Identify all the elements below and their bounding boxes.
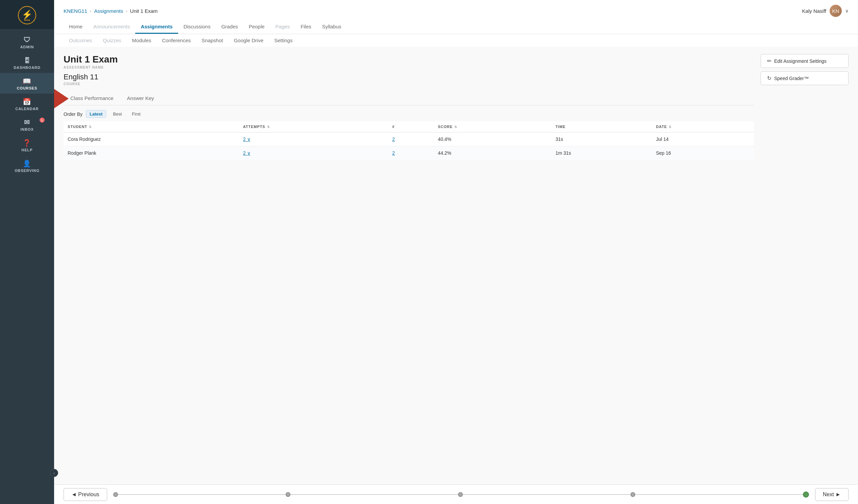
col-header-student[interactable]: STUDENT ⇅	[64, 121, 239, 132]
sidebar-item-admin[interactable]: 🛡ADMIN	[0, 32, 54, 52]
cell-student: Cora Rodriguez	[64, 132, 239, 146]
content-tabs: Class PerformanceAnswer Key	[64, 92, 754, 105]
cell-score: 40.4%	[434, 132, 551, 146]
sidebar-collapse-button[interactable]: ‹	[50, 469, 58, 477]
breadcrumb-course[interactable]: KNENG11	[64, 8, 87, 14]
content-tab-class-performance[interactable]: Class Performance	[64, 92, 120, 105]
sidebar-item-courses[interactable]: 📖COURSES	[0, 73, 54, 94]
col-header-time: TIME	[551, 121, 652, 132]
sidebar-label-dashboard: DASHBOARD	[14, 66, 40, 69]
breadcrumb-current: Unit 1 Exam	[130, 8, 158, 14]
nav-tab2-google-drive[interactable]: Google Drive	[228, 34, 269, 47]
edit-assignment-button[interactable]: ✏ Edit Assignment Settings	[761, 54, 848, 68]
sidebar-item-observing[interactable]: 👤OBSERVING	[0, 156, 54, 176]
cell-attempts[interactable]: 2 ∨	[239, 132, 388, 146]
course-label: COURSE	[64, 82, 754, 86]
nav-tab2-quizzes[interactable]: Quizzes	[97, 34, 126, 47]
chevron-down-icon: ∨	[845, 8, 848, 14]
sidebar-item-calendar[interactable]: 📅CALENDAR	[0, 94, 54, 114]
user-name-label: Kaly Nasiff	[802, 8, 826, 14]
progress-dot-3[interactable]	[631, 492, 635, 497]
nav-tab-syllabus[interactable]: Syllabus	[317, 20, 347, 34]
progress-dot-0[interactable]	[113, 492, 118, 497]
progress-dot-1[interactable]	[286, 492, 290, 497]
order-option-best[interactable]: Best	[110, 111, 125, 117]
order-by-label: Order By	[64, 112, 82, 117]
courses-icon: 📖	[23, 78, 31, 84]
table-row: Rodger Plank2 ∨244.2%1m 31sSep 16	[64, 146, 754, 160]
table-row: Cora Rodriguez2 ∨240.4%31sJul 14	[64, 132, 754, 146]
sidebar-badge-inbox: 1	[39, 117, 45, 123]
assessment-label: ASSESSMENT NAME	[64, 66, 754, 69]
breadcrumb: KNENG11 › Assignments › Unit 1 Exam	[64, 8, 158, 14]
speed-grader-label: Speed Grader™	[774, 76, 809, 81]
sidebar-label-courses: COURSES	[17, 86, 37, 90]
inbox-icon: ✉	[24, 119, 30, 126]
cell-time: 1m 31s	[551, 146, 652, 160]
breadcrumb-section[interactable]: Assignments	[94, 8, 123, 14]
content-tab-answer-key[interactable]: Answer Key	[120, 92, 161, 105]
cell-number[interactable]: 2	[388, 146, 434, 160]
nav-tab2-conferences[interactable]: Conferences	[157, 34, 196, 47]
nav-tab-announcements[interactable]: Announcements	[88, 20, 135, 34]
breadcrumb-sep-1: ›	[90, 9, 91, 14]
arrow-annotation	[54, 88, 69, 109]
order-option-first[interactable]: First	[128, 111, 144, 117]
col-header-#: #	[388, 121, 434, 132]
topbar: KNENG11 › Assignments › Unit 1 Exam Kaly…	[54, 0, 858, 17]
cell-student: Rodger Plank	[64, 146, 239, 160]
table-header-row: STUDENT ⇅ATTEMPTS ⇅#SCORE ⇅TIMEDATE ⇅	[64, 121, 754, 132]
sidebar-item-dashboard[interactable]: 🎛DASHBOARD	[0, 52, 54, 73]
table-body: Cora Rodriguez2 ∨240.4%31sJul 14Rodger P…	[64, 132, 754, 160]
nav-tab2-outcomes[interactable]: Outcomes	[64, 34, 97, 47]
edit-icon: ✏	[767, 58, 772, 64]
sidebar-label-help: HELP	[22, 148, 33, 152]
nav-tab2-modules[interactable]: Modules	[127, 34, 157, 47]
speed-grader-button[interactable]: ↻ Speed Grader™	[761, 71, 848, 85]
sidebar-item-inbox[interactable]: 1✉INBOX	[0, 114, 54, 135]
user-menu[interactable]: Kaly Nasiff KN ∨	[802, 5, 848, 17]
progress-dot-2[interactable]	[458, 492, 463, 497]
dashboard-icon: 🎛	[24, 57, 31, 64]
calendar-icon: 📅	[23, 98, 31, 105]
main-content: KNENG11 › Assignments › Unit 1 Exam Kaly…	[54, 0, 858, 504]
sort-icon-student: ⇅	[88, 125, 92, 129]
col-header-score[interactable]: SCORE ⇅	[434, 121, 551, 132]
course-name: English 11	[64, 72, 754, 81]
col-header-date[interactable]: DATE ⇅	[652, 121, 754, 132]
content-left: Unit 1 Exam ASSESSMENT NAME English 11 C…	[64, 54, 754, 160]
previous-button[interactable]: ◄ Previous	[64, 488, 107, 501]
avatar: KN	[830, 5, 842, 17]
progress-dot-4[interactable]	[803, 491, 809, 498]
nav-tab-people[interactable]: People	[243, 20, 270, 34]
nav-tab-pages[interactable]: Pages	[270, 20, 296, 34]
content-area: Unit 1 Exam ASSESSMENT NAME English 11 C…	[54, 47, 858, 484]
speed-grader-icon: ↻	[767, 75, 772, 81]
sidebar: ⚡ 🛡ADMIN🎛DASHBOARD📖COURSES📅CALENDAR1✉INB…	[0, 0, 54, 504]
nav-tab-home[interactable]: Home	[64, 20, 88, 34]
lightning-icon: ⚡	[22, 10, 32, 19]
col-header-attempts[interactable]: ATTEMPTS ⇅	[239, 121, 388, 132]
cell-date: Jul 14	[652, 132, 754, 146]
sidebar-label-admin: ADMIN	[20, 45, 34, 49]
nav-tab-assignments[interactable]: Assignments	[135, 20, 178, 34]
nav-tabs-row1: HomeAnnouncementsAssignmentsDiscussionsG…	[54, 17, 858, 34]
nav-tab-discussions[interactable]: Discussions	[178, 20, 216, 34]
nav-tab2-snapshot[interactable]: Snapshot	[196, 34, 228, 47]
nav-tab-files[interactable]: Files	[295, 20, 317, 34]
sidebar-label-calendar: CALENDAR	[16, 107, 39, 111]
sidebar-item-help[interactable]: ❓HELP	[0, 135, 54, 156]
cell-attempts[interactable]: 2 ∨	[239, 146, 388, 160]
order-by: Order By LatestBestFirst	[64, 110, 754, 118]
breadcrumb-sep-2: ›	[126, 9, 127, 14]
nav-tab2-settings[interactable]: Settings	[269, 34, 298, 47]
cell-time: 31s	[551, 132, 652, 146]
cell-number[interactable]: 2	[388, 132, 434, 146]
sidebar-nav: 🛡ADMIN🎛DASHBOARD📖COURSES📅CALENDAR1✉INBOX…	[0, 32, 54, 504]
order-option-latest[interactable]: Latest	[86, 110, 106, 118]
next-button[interactable]: Next ►	[815, 488, 848, 501]
sort-icon-date: ⇅	[668, 125, 672, 129]
nav-tabs-row2: OutcomesQuizzesModulesConferencesSnapsho…	[54, 34, 858, 47]
students-table: STUDENT ⇅ATTEMPTS ⇅#SCORE ⇅TIMEDATE ⇅ Co…	[64, 121, 754, 160]
nav-tab-grades[interactable]: Grades	[216, 20, 243, 34]
